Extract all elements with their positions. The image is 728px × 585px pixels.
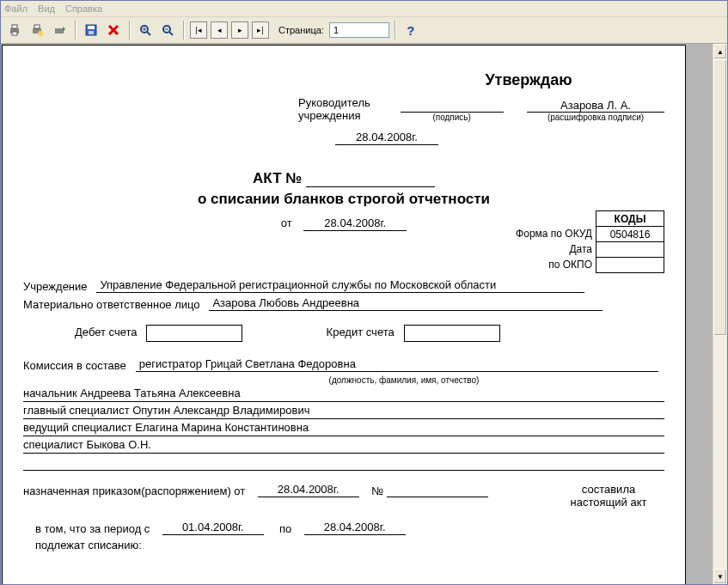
- okud-value: 0504816: [596, 227, 664, 242]
- date-value: [596, 242, 664, 258]
- toolbar-separator: [75, 21, 76, 40]
- credit-input: [404, 325, 500, 342]
- debit-input: [146, 325, 242, 342]
- made-label-1: составила: [553, 483, 664, 496]
- close-icon: [107, 23, 120, 37]
- approval-date: 28.04.2008г.: [335, 131, 438, 145]
- order-no-value: [387, 483, 488, 497]
- act-subtitle: о списании бланков строгой отчетности: [23, 191, 664, 208]
- zoom-out-icon: [161, 23, 174, 37]
- svg-point-5: [38, 31, 43, 36]
- help-button[interactable]: ?: [401, 20, 421, 40]
- order-label: назначенная приказом(распоряжением) от: [23, 484, 245, 497]
- next-page-icon: ▸: [238, 26, 242, 34]
- head-label: Руководитель учреждения: [298, 96, 384, 122]
- toolbar: |◂ ◂ ▸ ▸| Страница: ?: [1, 17, 727, 44]
- document-area: Утверждаю Руководитель учреждения (подпи…: [1, 44, 727, 584]
- codes-date-label: Дата: [516, 241, 592, 257]
- menu-file[interactable]: Файл: [4, 3, 28, 14]
- resp-label: Материально ответственное лицо: [23, 298, 200, 311]
- page-input[interactable]: [329, 22, 389, 38]
- subject-label: подлежат списанию:: [35, 539, 142, 551]
- svg-rect-2: [12, 32, 17, 35]
- codes-labels: Форма по ОКУД Дата по ОКПО: [516, 210, 592, 272]
- committee-member-1: начальник Андреева Татьяна Алексеевна: [23, 387, 664, 402]
- print-icon: [8, 23, 21, 37]
- svg-rect-1: [12, 25, 17, 28]
- toolbar-separator: [183, 21, 184, 40]
- committee-member-2: главный специалист Опутин Александр Влад…: [23, 404, 664, 419]
- menu-help[interactable]: Справка: [65, 3, 102, 14]
- page-label: Страница:: [278, 25, 324, 35]
- app-window: Файл Вид Справка |◂ ◂ ▸ ▸| С: [0, 0, 728, 585]
- signature-line: [401, 99, 504, 113]
- svg-rect-8: [88, 26, 95, 29]
- toolbar-separator: [129, 21, 130, 40]
- from-date: 28.04.2008г.: [303, 216, 407, 231]
- from-label: от: [281, 216, 292, 229]
- export-button[interactable]: [49, 20, 70, 40]
- next-page-button[interactable]: ▸: [231, 21, 248, 39]
- approver-name: Азарова Л. А.: [527, 99, 664, 113]
- print-setup-button[interactable]: [27, 20, 47, 40]
- act-title-prefix: АКТ №: [253, 170, 302, 186]
- print-button[interactable]: [4, 20, 25, 40]
- prev-page-icon: ◂: [217, 26, 222, 34]
- document-page: Утверждаю Руководитель учреждения (подпи…: [2, 45, 686, 584]
- act-number-line: [306, 169, 435, 187]
- first-page-icon: |◂: [195, 26, 201, 34]
- codes-table: КОДЫ 0504816: [596, 210, 664, 273]
- scroll-track[interactable]: [713, 59, 727, 569]
- save-button[interactable]: [81, 20, 101, 40]
- svg-line-15: [169, 32, 173, 35]
- close-button[interactable]: [103, 20, 124, 40]
- resp-value: Азарова Любовь Андреевна: [209, 296, 603, 311]
- page-viewport[interactable]: Утверждаю Руководитель учреждения (подпи…: [1, 44, 713, 584]
- committee-head: регистратор Грицай Светлана Федоровна: [136, 357, 658, 372]
- save-icon: [84, 23, 98, 37]
- menu-view[interactable]: Вид: [38, 3, 55, 14]
- chevron-up-icon: ▲: [717, 48, 724, 56]
- credit-label: Кредит счета: [327, 326, 395, 338]
- svg-rect-6: [55, 28, 64, 34]
- committee-member-blank: [23, 455, 664, 471]
- zoom-in-icon: [138, 23, 152, 37]
- okpo-label: по ОКПО: [516, 257, 592, 272]
- committee-member-4: специалист Быкова О.Н.: [23, 438, 664, 454]
- org-label: Учреждение: [23, 280, 88, 293]
- last-page-icon: ▸|: [257, 26, 263, 34]
- codes-header: КОДЫ: [596, 211, 664, 227]
- menu-bar: Файл Вид Справка: [1, 1, 727, 17]
- chevron-down-icon: ▼: [717, 573, 724, 581]
- scroll-up-button[interactable]: ▲: [713, 44, 727, 59]
- committee-member-3: ведущий специалист Елагина Марина Конста…: [23, 421, 664, 436]
- export-icon: [52, 23, 66, 37]
- first-page-button[interactable]: |◂: [190, 21, 207, 39]
- period-from: 01.04.2008г.: [162, 521, 264, 535]
- committee-caption: (должность, фамилия, имя, отчество): [144, 375, 664, 385]
- signature-caption: (подпись): [401, 113, 504, 122]
- order-no-label: №: [371, 484, 383, 497]
- scroll-thumb[interactable]: [713, 59, 727, 336]
- approval-block: Утверждаю Руководитель учреждения (подпи…: [298, 71, 664, 145]
- okud-label: Форма по ОКУД: [516, 226, 592, 241]
- debit-label: Дебет счета: [75, 326, 138, 338]
- help-icon: ?: [407, 23, 414, 38]
- last-page-button[interactable]: ▸|: [252, 21, 269, 39]
- svg-rect-4: [34, 25, 40, 28]
- org-value: Управление Федеральной регистрационной с…: [96, 278, 584, 293]
- zoom-out-button[interactable]: [157, 20, 178, 40]
- okpo-value: [596, 258, 664, 273]
- zoom-in-button[interactable]: [135, 20, 156, 40]
- committee-label: Комиссия в составе: [23, 359, 126, 372]
- period-to-label: по: [279, 522, 291, 535]
- approval-title: Утверждаю: [393, 71, 664, 89]
- print-setup-icon: [30, 23, 44, 37]
- toolbar-separator: [395, 21, 395, 40]
- period-to: 28.04.2008г.: [304, 521, 406, 535]
- vertical-scrollbar[interactable]: ▲ ▼: [713, 44, 727, 584]
- prev-page-button[interactable]: ◂: [211, 21, 228, 39]
- scroll-down-button[interactable]: ▼: [713, 569, 727, 584]
- svg-line-11: [147, 32, 150, 35]
- approver-name-caption: (расшифровка подписи): [527, 113, 664, 122]
